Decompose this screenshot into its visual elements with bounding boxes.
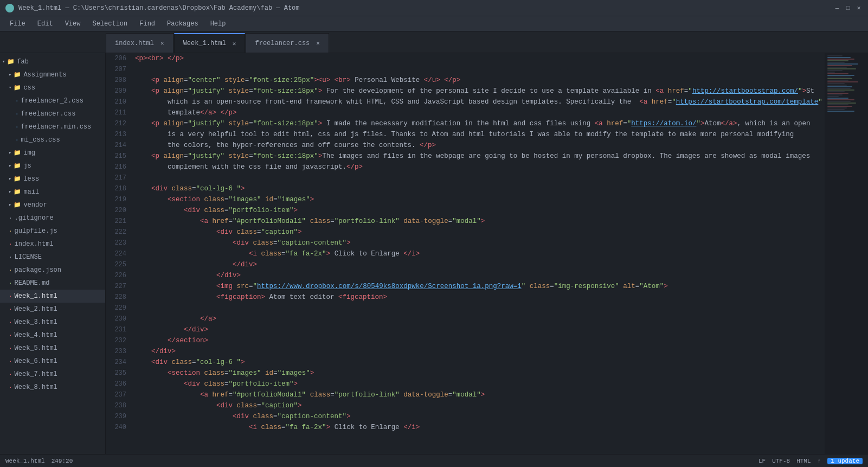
line-content[interactable]: <p align="justify" style="font-size:18px… [133,118,825,129]
status-right: LF UTF-8 HTML ↑ 1 update [758,458,863,464]
line-content[interactable]: <div class="portfolio-item"> [133,379,825,389]
menu-selection[interactable]: Selection [87,18,133,30]
line-content[interactable]: </div> [133,270,825,281]
maximize-button[interactable]: □ [844,4,852,12]
sidebar-item-freelancercss[interactable]: · freelancer.css [0,107,105,120]
sidebar-item-week2html[interactable]: · Week_2.html [0,303,105,316]
folder-icon-img: 📁 [14,148,21,158]
sidebar-label-week6html: Week_6.html [15,356,57,367]
menu-packages[interactable]: Packages [162,18,204,30]
sidebar-item-week8html[interactable]: · Week_8.html [0,381,105,394]
line-content[interactable]: <p align="center" style="font-size:25px"… [133,75,825,86]
line-content[interactable]: the colors, the hyper-references and off… [133,140,825,151]
sidebar-item-week6html[interactable]: · Week_6.html [0,355,105,368]
tab-week1-html[interactable]: Week_1.html ✕ [174,33,246,53]
sidebar-item-freelancermincss[interactable]: · freelancer.min.css [0,120,105,133]
sidebar-item-packagejson[interactable]: · package.json [0,264,105,277]
sidebar-item-license[interactable]: · LICENSE [0,251,105,264]
line-content[interactable]: <div class="caption"> [133,400,825,411]
line-content[interactable]: <img src="https://www.dropbox.com/s/8054… [133,281,825,292]
table-row: 230 </a> [106,314,825,324]
line-number: 222 [106,227,133,238]
sidebar-item-fab[interactable]: ▾ 📁 fab [0,55,105,68]
sidebar-item-micss[interactable]: · mi_css.css [0,133,105,146]
sidebar-item-css[interactable]: ▾ 📁 css [0,81,105,94]
sidebar-item-week5html[interactable]: · Week_5.html [0,342,105,355]
line-content[interactable]: complement with the css file and javascr… [133,162,825,172]
menu-find[interactable]: Find [134,18,160,30]
status-charset[interactable]: UTF-8 [772,458,790,464]
menu-edit[interactable]: Edit [32,18,59,30]
line-number: 217 [106,172,133,183]
line-content[interactable] [133,64,825,75]
table-row: 227 <img src="https://www.dropbox.com/s/… [106,281,825,292]
line-number: 233 [106,346,133,357]
folder-icon-vendor: 📁 [14,200,21,210]
line-content[interactable] [133,172,825,183]
status-grammar[interactable]: HTML [796,458,811,464]
line-content[interactable]: <i class="fa fa-2x"> Click to Enlarge </… [133,248,825,259]
sidebar-label-fab: fab [17,56,29,67]
line-content[interactable]: <i class="fa fa-2x"> Click to Enlarge </… [133,422,825,433]
sidebar-item-less[interactable]: ▸ 📁 less [0,172,105,185]
sidebar-item-vendor[interactable]: ▸ 📁 vendor [0,199,105,212]
line-content[interactable]: <p align="justify" style="font-size:18px… [133,151,825,162]
line-content[interactable]: </div> [133,346,825,357]
sidebar-item-week1html[interactable]: · Week_1.html [0,290,105,303]
line-content[interactable]: </div> [133,324,825,335]
tab-freelancer-css-close[interactable]: ✕ [316,40,320,47]
menu-help[interactable]: Help [205,18,232,30]
tab-index-html[interactable]: index.html ✕ [106,33,173,53]
line-content[interactable]: <div class="portfolio-item"> [133,205,825,216]
tab-freelancer-css[interactable]: freelancer.css ✕ [246,33,329,53]
sidebar-item-assignments[interactable]: ▸ 📁 Assignments [0,68,105,81]
sidebar-item-js[interactable]: ▸ 📁 js [0,159,105,172]
status-git-icon[interactable]: ↑ [818,458,821,464]
line-content[interactable]: <section class="images" id="images"> [133,368,825,379]
code-editor[interactable]: 206<p><br> </p>207208 <p align="center" … [106,53,825,454]
line-content[interactable]: <div class="col-lg-6 "> [133,183,825,194]
menu-file[interactable]: File [4,18,31,30]
line-content[interactable]: which is an open-source front-end framew… [133,97,825,107]
sidebar-label-license: LICENSE [15,252,42,263]
line-content[interactable]: <p align="justify" style="font-size:18px… [133,86,825,97]
menu-view[interactable]: View [60,18,86,30]
sidebar-item-freelancer2css[interactable]: · freelancer_2.css [0,94,105,107]
tab-week1-html-close[interactable]: ✕ [233,40,236,47]
status-position[interactable]: 249:20 [52,458,73,464]
tab-index-html-close[interactable]: ✕ [160,40,164,47]
line-content[interactable]: </a> [133,314,825,324]
line-content[interactable]: <div class="caption-content"> [133,238,825,248]
line-content[interactable]: <p><br> </p> [133,53,825,64]
sidebar-item-readmemd[interactable]: · README.md [0,277,105,290]
line-content[interactable]: </section> [133,335,825,346]
sidebar-item-week7html[interactable]: · Week_7.html [0,368,105,381]
status-encoding[interactable]: LF [758,458,766,464]
sidebar-item-gulpfile[interactable]: · gulpfile.js [0,225,105,238]
line-content[interactable] [133,303,825,314]
sidebar-item-gitignore[interactable]: · .gitignore [0,212,105,225]
close-button[interactable]: ✕ [855,4,863,12]
line-content[interactable]: <div class="caption-content"> [133,411,825,422]
line-content[interactable]: is a very helpful tool to edit html, css… [133,129,825,140]
sidebar[interactable]: ▾ 📁 fab ▸ 📁 Assignments ▾ 📁 css · freela… [0,53,106,454]
line-content[interactable]: <div class="caption"> [133,227,825,238]
window-controls[interactable]: — □ ✕ [833,4,863,12]
sidebar-item-week4html[interactable]: · Week_4.html [0,329,105,342]
sidebar-item-mail[interactable]: ▸ 📁 mail [0,185,105,199]
line-content[interactable]: <a href="#portfolioModal1" class="portfo… [133,389,825,400]
line-content[interactable]: <a href="#portfolioModal1" class="portfo… [133,216,825,227]
line-content[interactable]: template</a> </p> [133,107,825,118]
status-filename[interactable]: Week_1.html [5,458,45,464]
line-content[interactable]: <figcaption> Atom text editor <figcaptio… [133,292,825,303]
line-content[interactable]: <section class="images" id="images"> [133,194,825,205]
line-content[interactable]: </div> [133,259,825,270]
sidebar-item-week3html[interactable]: · Week_3.html [0,316,105,329]
line-content[interactable]: <div class="col-lg-6 "> [133,357,825,368]
sidebar-item-indexhtml[interactable]: · index.html [0,238,105,251]
minimize-button[interactable]: — [833,4,841,12]
sidebar-label-css: css [23,82,35,93]
table-row: 209 <p align="justify" style="font-size:… [106,86,825,97]
sidebar-item-img[interactable]: ▸ 📁 img [0,146,105,159]
status-update[interactable]: 1 update [827,458,863,464]
